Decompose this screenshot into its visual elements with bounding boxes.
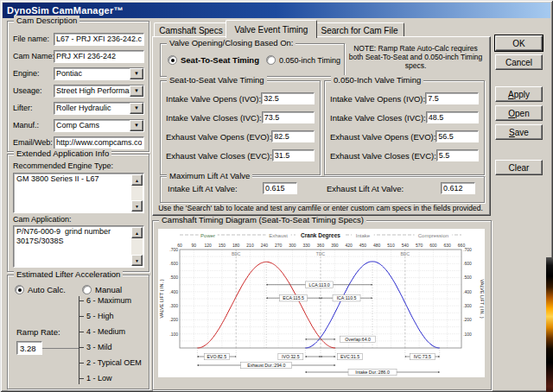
scale-item: 1 - Low — [79, 374, 112, 383]
max-lift-legend: Maximum Lift At Valve — [167, 171, 252, 181]
tick-icon — [79, 363, 84, 364]
open-label: Open — [496, 109, 542, 118]
inch-evc-input[interactable] — [436, 149, 479, 161]
manual-radio-row[interactable]: Manual — [82, 285, 122, 294]
file-name-label: File name: — [13, 35, 54, 43]
timing-diagram-legend: Camshaft Timing Diagram (Seat-To-Seat Ti… — [159, 215, 366, 225]
tick-icon — [79, 300, 84, 301]
cam-name-input[interactable] — [54, 50, 144, 63]
ramp-rate-scale[interactable]: 6 - Maximum 5 - High 4 - Medium 3 - Mild… — [79, 296, 145, 384]
scroll-up-icon[interactable]: ▲ — [131, 174, 143, 186]
email-web-row: Email/Web: — [13, 136, 144, 149]
tick-icon — [79, 378, 84, 379]
useage-select[interactable]: Street High Performance ▼ — [54, 85, 144, 98]
evo-label: Exhaust Valve Opens (EVO): — [166, 132, 271, 142]
scale-label: 3 - Mild — [86, 343, 112, 351]
svg-text:EVO:82.5: EVO:82.5 — [207, 354, 227, 359]
seat-to-seat-label: Seat-To-Seat Timing — [181, 55, 259, 65]
svg-text:.700: .700 — [463, 247, 472, 252]
dropdown-arrow-icon[interactable]: ▼ — [130, 120, 143, 131]
ivo-label: Intake Valve Opens (IVO): — [330, 94, 425, 104]
scroll-down-icon[interactable]: ▼ — [131, 200, 143, 212]
auto-calc-radio-row[interactable]: Auto Calc. — [15, 285, 66, 294]
seat-timing-legend: Seat-to-Seat Valve Timing — [167, 75, 267, 85]
camshaft-timing-diagram-chart: PowerExhaustIntakeCompressionCrank Degre… — [158, 229, 485, 377]
seat-ivc-input[interactable] — [262, 111, 315, 123]
tab-camshaft-specs[interactable]: Camshaft Specs — [154, 22, 228, 37]
manuf-value: Comp Cams — [56, 121, 130, 130]
clear-button[interactable]: Clear — [495, 160, 543, 175]
ivc-row: Intake Valve Closes (IVC): — [330, 111, 479, 124]
intake-lift-input[interactable] — [263, 182, 297, 194]
cancel-label: Cancel — [496, 58, 542, 67]
apply-label: Apply — [496, 90, 542, 99]
svg-text:VALVE LIFT ( IN. ): VALVE LIFT ( IN. ) — [159, 279, 164, 318]
save-button[interactable]: Save — [495, 124, 543, 140]
manuf-select[interactable]: Comp Cams ▼ — [54, 119, 144, 132]
inch-ivc-input[interactable] — [426, 111, 479, 123]
valve-basis-group: Valve Opening/Closing Based On: Seat-To-… — [160, 43, 345, 77]
engine-select[interactable]: Pontiac ▼ — [54, 67, 144, 80]
open-button[interactable]: Open — [495, 105, 543, 121]
svg-text:90: 90 — [192, 243, 197, 248]
tab-valve-event-timing[interactable]: Valve Event Timing — [226, 20, 317, 38]
cam-application-textbox[interactable]: P/N76-000-9 grind number 3017S/3038S ▲ ▼ — [13, 225, 144, 268]
svg-text:EVC:31.5: EVC:31.5 — [340, 354, 359, 359]
seat-evo-input[interactable] — [271, 130, 315, 142]
screen: DynoSim CamManager™ Cam Description File… — [0, 0, 553, 392]
ivc-label: Intake Valve Closes (IVC): — [166, 113, 262, 123]
inch-timing-radio-row[interactable]: 0.050-inch Timing — [266, 55, 340, 65]
evo-row: Exhaust Valve Opens (EVO): — [166, 130, 315, 143]
manual-radio[interactable] — [82, 285, 92, 294]
ivo-label: Intake Valve Opens (IVO): — [166, 94, 261, 104]
svg-text:390: 390 — [331, 243, 339, 248]
svg-text:210: 210 — [246, 243, 254, 248]
inch-timing-radio[interactable] — [266, 55, 276, 65]
scrollbar[interactable]: ▲ ▼ — [131, 174, 143, 212]
seat-evc-input[interactable] — [272, 149, 315, 161]
tab-search-for-cam-file[interactable]: Search for Cam File — [315, 22, 404, 37]
inch-ivo-input[interactable] — [425, 92, 479, 104]
svg-text:60: 60 — [177, 243, 182, 248]
scrollbar[interactable]: ▲ ▼ — [131, 227, 143, 266]
cancel-button[interactable]: Cancel — [495, 54, 543, 70]
seat-ivo-input[interactable] — [261, 92, 315, 104]
ok-button[interactable]: OK — [495, 35, 543, 51]
ramp-rate-value[interactable]: 3.28 — [16, 341, 42, 355]
svg-text:150: 150 — [219, 243, 226, 248]
svg-text:.500: .500 — [169, 275, 178, 280]
svg-text:.300: .300 — [169, 303, 178, 308]
svg-text:BDC: BDC — [401, 251, 410, 256]
apply-button[interactable]: Apply — [495, 86, 543, 102]
auto-calc-label: Auto Calc. — [28, 285, 66, 294]
exhaust-lift-input[interactable] — [441, 182, 475, 194]
auto-calc-radio[interactable] — [15, 285, 24, 294]
valve-event-timing-panel: Valve Opening/Closing Based On: Seat-To-… — [152, 36, 491, 216]
email-web-input[interactable] — [54, 136, 144, 149]
ok-label: OK — [496, 39, 542, 48]
svg-text:630: 630 — [444, 243, 452, 248]
extended-application-info-group: Extended Application Info Recommended En… — [7, 154, 149, 272]
scroll-down-icon[interactable]: ▼ — [131, 255, 143, 266]
inch-evo-input[interactable] — [435, 130, 479, 142]
seat-to-seat-radio-row[interactable]: Seat-To-Seat Timing — [168, 55, 259, 65]
scroll-up-icon[interactable]: ▲ — [131, 227, 143, 238]
inch-timing-legend: 0.050-Inch Valve Timing — [331, 75, 423, 85]
title-bar[interactable]: DynoSim CamManager™ — [3, 3, 550, 18]
recommended-engine-type-textbox[interactable]: GM 3800 Series II - L67 ▲ ▼ — [13, 173, 144, 213]
lifter-accel-legend: Estimated Lifter Acceleration — [14, 269, 123, 280]
seat-to-seat-radio[interactable] — [168, 55, 177, 65]
dropdown-arrow-icon[interactable]: ▼ — [130, 85, 143, 97]
file-name-input[interactable] — [54, 33, 144, 46]
dropdown-arrow-icon[interactable]: ▼ — [130, 103, 143, 114]
svg-text:.100: .100 — [463, 332, 472, 337]
evo-row: Exhaust Valve Opens (EVO): — [330, 130, 479, 143]
lifter-select[interactable]: Roller Hydraulic ▼ — [54, 102, 144, 115]
cam-application-label: Cam Application: — [13, 215, 72, 224]
dropdown-arrow-icon[interactable]: ▼ — [130, 68, 143, 79]
svg-text:.600: .600 — [463, 261, 472, 266]
dynosim-cammanager-window: DynoSim CamManager™ Cam Description File… — [0, 0, 553, 392]
ivc-row: Intake Valve Closes (IVC): — [166, 111, 315, 124]
scale-item: 4 - Medium — [79, 327, 125, 336]
evc-row: Exhaust Valve Closes (EVC): — [330, 149, 479, 162]
